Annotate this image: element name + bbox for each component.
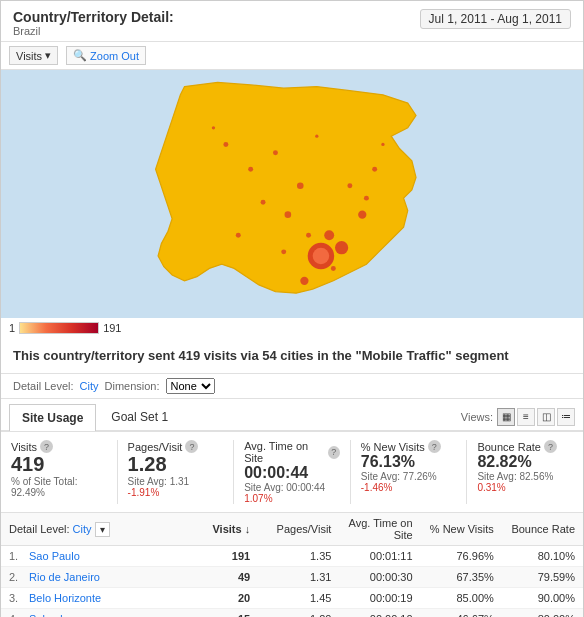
tab-goal-set-1[interactable]: Goal Set 1	[98, 403, 181, 430]
stat-visits-info[interactable]: ?	[40, 440, 53, 453]
stat-visits-sub: % of Site Total: 92.49%	[11, 476, 107, 498]
row-num: 2.	[9, 571, 29, 583]
row-bounce: 80.10%	[494, 550, 575, 562]
row-visits: 49	[169, 571, 250, 583]
stat-time-value: 00:00:44	[244, 464, 340, 482]
table-detail-dropdown[interactable]: ▾	[95, 522, 110, 537]
svg-point-14	[285, 211, 292, 218]
svg-point-16	[236, 233, 241, 238]
table-col-time[interactable]: Avg. Time on Site	[331, 517, 412, 541]
stat-time-info[interactable]: ?	[328, 446, 340, 459]
svg-point-11	[347, 183, 352, 188]
table-city-link[interactable]: City	[73, 523, 92, 535]
stat-bounce-info[interactable]: ?	[544, 440, 557, 453]
view-icon-pie[interactable]: ◫	[537, 408, 555, 426]
view-icons: ▦ ≡ ◫ ≔	[497, 408, 575, 426]
table-row: 2. Rio de Janeiro 49 1.31 00:00:30 67.35…	[1, 567, 583, 588]
stat-new-visits-value: 76.13%	[361, 453, 457, 471]
svg-point-22	[381, 143, 384, 146]
svg-point-8	[273, 150, 278, 155]
zoom-out-button[interactable]: 🔍 Zoom Out	[66, 46, 146, 65]
svg-point-7	[248, 167, 253, 172]
stat-bounce-label: Bounce Rate	[477, 441, 541, 453]
view-icon-bar[interactable]: ≡	[517, 408, 535, 426]
detail-level-link[interactable]: City	[80, 380, 99, 392]
table-col-new[interactable]: % New Visits	[413, 523, 494, 535]
row-visits: 15	[169, 613, 250, 617]
svg-point-6	[300, 277, 308, 285]
stat-time: Avg. Time on Site ? 00:00:44 Site Avg: 0…	[234, 440, 351, 504]
row-city: Salvador	[29, 613, 169, 617]
stat-visits-value: 419	[11, 453, 107, 476]
date-range[interactable]: Jul 1, 2011 - Aug 1, 2011	[420, 9, 571, 29]
legend-max: 191	[103, 322, 121, 334]
city-link[interactable]: Belo Horizonte	[29, 592, 101, 604]
stat-new-visits: % New Visits ? 76.13% Site Avg: 77.26% -…	[351, 440, 468, 504]
row-city: Belo Horizonte	[29, 592, 169, 604]
city-link[interactable]: Rio de Janeiro	[29, 571, 100, 583]
row-visits: 191	[169, 550, 250, 562]
row-new-visits: 85.00%	[413, 592, 494, 604]
svg-point-4	[324, 230, 334, 240]
row-ppv: 1.45	[250, 592, 331, 604]
stat-new-visits-label: % New Visits	[361, 441, 425, 453]
detail-controls: Detail Level: City Dimension: None	[1, 374, 583, 399]
row-new-visits: 76.96%	[413, 550, 494, 562]
page-title: Country/Territory Detail:	[13, 9, 174, 25]
svg-point-17	[281, 249, 286, 254]
legend-min: 1	[9, 322, 15, 334]
view-icon-table[interactable]: ▦	[497, 408, 515, 426]
stat-bounce: Bounce Rate ? 82.82% Site Avg: 82.56% 0.…	[467, 440, 583, 504]
row-bounce: 90.00%	[494, 592, 575, 604]
table-detail-level: Detail Level: City ▾	[9, 522, 169, 537]
svg-point-3	[335, 241, 348, 254]
dimension-label: Dimension:	[105, 380, 160, 392]
row-ppv: 1.31	[250, 571, 331, 583]
row-visits: 20	[169, 592, 250, 604]
visits-dropdown[interactable]: Visits ▾	[9, 46, 58, 65]
row-time: 00:00:19	[331, 592, 412, 604]
table-row: 4. Salvador 15 1.20 00:00:10 46.67% 80.0…	[1, 609, 583, 617]
stat-bounce-sub: Site Avg: 82.56% 0.31%	[477, 471, 573, 493]
table-col-bounce[interactable]: Bounce Rate	[494, 523, 575, 535]
table-body: 1. Sao Paulo 191 1.35 00:01:11 76.96% 80…	[1, 546, 583, 617]
row-num: 3.	[9, 592, 29, 604]
tabs-bar: Site Usage Goal Set 1 Views: ▦ ≡ ◫ ≔	[1, 403, 583, 432]
stat-ppv-info[interactable]: ?	[185, 440, 198, 453]
row-bounce: 79.59%	[494, 571, 575, 583]
country-name: Brazil	[13, 25, 174, 37]
stat-ppv-value: 1.28	[128, 453, 224, 476]
city-link[interactable]: Salvador	[29, 613, 72, 617]
table-row: 1. Sao Paulo 191 1.35 00:01:11 76.96% 80…	[1, 546, 583, 567]
table-col-visits[interactable]: Visits ↓	[169, 523, 250, 535]
row-ppv: 1.20	[250, 613, 331, 617]
svg-point-21	[315, 134, 318, 137]
svg-point-20	[212, 126, 215, 129]
dimension-select[interactable]: None	[166, 378, 215, 394]
stat-time-label: Avg. Time on Site	[244, 440, 324, 464]
row-num: 1.	[9, 550, 29, 562]
tab-site-usage[interactable]: Site Usage	[9, 404, 96, 431]
legend-gradient	[19, 322, 99, 334]
views-label: Views:	[461, 411, 493, 423]
svg-point-9	[223, 142, 228, 147]
row-num: 4.	[9, 613, 29, 617]
city-link[interactable]: Sao Paulo	[29, 550, 80, 562]
svg-point-2	[313, 248, 330, 265]
svg-point-5	[358, 211, 366, 219]
stat-ppv-sub: Site Avg: 1.31 -1.91%	[128, 476, 224, 498]
row-time: 00:01:11	[331, 550, 412, 562]
view-icon-list[interactable]: ≔	[557, 408, 575, 426]
row-time: 00:00:10	[331, 613, 412, 617]
map-area	[1, 70, 583, 318]
map-legend: 1 191	[1, 318, 583, 338]
table-header: Detail Level: City ▾ Visits ↓ Pages/Visi…	[1, 513, 583, 546]
stat-ppv-label: Pages/Visit	[128, 441, 183, 453]
svg-point-12	[372, 167, 377, 172]
svg-point-10	[297, 182, 304, 189]
table-col-ppv[interactable]: Pages/Visit	[250, 523, 331, 535]
stat-ppv: Pages/Visit ? 1.28 Site Avg: 1.31 -1.91%	[118, 440, 235, 504]
row-time: 00:00:30	[331, 571, 412, 583]
stat-new-visits-info[interactable]: ?	[428, 440, 441, 453]
stat-new-visits-sub: Site Avg: 77.26% -1.46%	[361, 471, 457, 493]
